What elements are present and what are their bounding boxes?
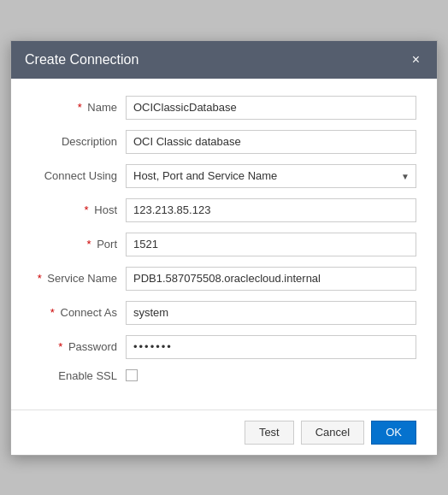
cancel-button[interactable]: Cancel xyxy=(301,421,364,445)
service-name-label: * Service Name xyxy=(32,272,126,285)
connect-using-wrapper: Host, Port and Service Name JDBC URL TNS… xyxy=(126,164,416,188)
name-required-star: * xyxy=(78,101,82,114)
description-input[interactable] xyxy=(126,130,416,154)
test-button[interactable]: Test xyxy=(245,421,294,445)
enable-ssl-checkbox[interactable] xyxy=(126,369,138,381)
service-name-required-star: * xyxy=(38,272,42,285)
host-label-text: Host xyxy=(94,203,117,216)
connect-using-select[interactable]: Host, Port and Service Name JDBC URL TNS… xyxy=(126,164,416,188)
name-input[interactable] xyxy=(126,96,416,120)
connect-using-row: Connect Using Host, Port and Service Nam… xyxy=(32,164,416,188)
port-label: * Port xyxy=(32,238,126,250)
name-label-text: Name xyxy=(87,101,117,114)
service-name-label-text: Service Name xyxy=(47,272,117,285)
password-input[interactable] xyxy=(126,335,416,359)
create-connection-dialog: Create Connection × * Name Description C… xyxy=(10,40,438,456)
close-button[interactable]: × xyxy=(409,51,423,68)
password-row: * Password xyxy=(32,335,416,359)
service-name-input[interactable] xyxy=(126,267,416,291)
dialog-footer: Test Cancel OK xyxy=(11,410,437,455)
connect-using-label: Connect Using xyxy=(32,169,126,182)
password-required-star: * xyxy=(58,340,62,353)
password-label-text: Password xyxy=(68,340,117,353)
connect-as-label-text: Connect As xyxy=(61,306,118,319)
enable-ssl-row: Enable SSL xyxy=(32,369,416,382)
port-input[interactable] xyxy=(126,233,416,256)
connect-as-input[interactable] xyxy=(126,301,416,325)
description-label-text: Description xyxy=(62,135,117,148)
dialog-title: Create Connection xyxy=(25,52,139,68)
connect-as-label: * Connect As xyxy=(32,306,126,319)
port-row: * Port xyxy=(32,233,416,256)
name-row: * Name xyxy=(32,96,416,120)
enable-ssl-label-text: Enable SSL xyxy=(58,369,117,382)
host-row: * Host xyxy=(32,198,416,222)
host-label: * Host xyxy=(32,203,126,216)
password-label: * Password xyxy=(32,340,126,353)
enable-ssl-wrapper xyxy=(126,369,138,381)
name-label: * Name xyxy=(32,101,126,114)
host-input[interactable] xyxy=(126,198,416,222)
dialog-header: Create Connection × xyxy=(11,41,437,79)
ok-button[interactable]: OK xyxy=(371,421,416,445)
enable-ssl-label: Enable SSL xyxy=(32,369,126,382)
connect-as-required-star: * xyxy=(50,306,55,319)
description-row: Description xyxy=(32,130,416,154)
port-required-star: * xyxy=(86,238,91,250)
port-label-text: Port xyxy=(97,238,117,250)
description-label: Description xyxy=(32,135,126,148)
service-name-row: * Service Name xyxy=(32,267,416,291)
dialog-body: * Name Description Connect Using Host, P… xyxy=(11,79,437,410)
host-required-star: * xyxy=(85,203,89,216)
connect-using-label-text: Connect Using xyxy=(44,169,117,182)
connect-as-row: * Connect As xyxy=(32,301,416,325)
